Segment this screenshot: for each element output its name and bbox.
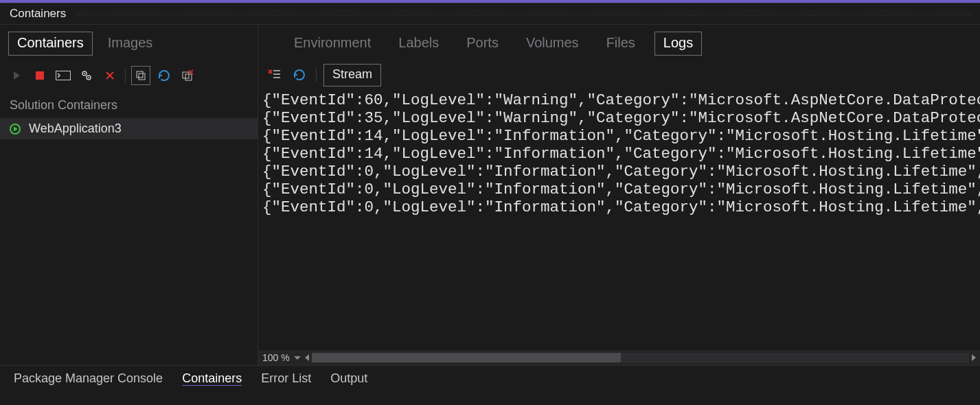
bottom-tool-window-tabs: Package Manager ConsoleContainersError L… <box>0 365 980 391</box>
container-name: WebApplication3 <box>29 121 122 136</box>
scroll-right-icon[interactable] <box>972 354 976 361</box>
log-line: {"EventId":0,"LogLevel":"Information","C… <box>262 163 980 181</box>
svg-rect-0 <box>36 71 44 80</box>
log-line: {"EventId":0,"LogLevel":"Information","C… <box>262 198 980 216</box>
container-item[interactable]: WebApplication3 <box>0 118 258 139</box>
scroll-track[interactable] <box>312 353 969 362</box>
panel-title-bar[interactable]: Containers <box>0 3 980 24</box>
refresh-logs-button[interactable] <box>290 65 309 84</box>
left-tab-containers[interactable]: Containers <box>8 32 93 56</box>
toolbar-separator <box>316 67 317 82</box>
clear-logs-button[interactable] <box>265 65 284 84</box>
start-button[interactable] <box>7 66 26 85</box>
log-line: {"EventId":14,"LogLevel":"Information","… <box>262 127 980 145</box>
stream-toggle[interactable]: Stream <box>323 64 381 86</box>
zoom-value: 100 % <box>262 352 290 363</box>
bottom-tab-error-list[interactable]: Error List <box>251 366 321 391</box>
svg-point-5 <box>88 77 89 78</box>
svg-rect-7 <box>139 73 145 80</box>
log-line: {"EventId":14,"LogLevel":"Information","… <box>262 145 980 163</box>
logs-toolbar: Stream <box>258 62 980 90</box>
tab-labels[interactable]: Labels <box>390 32 447 55</box>
horizontal-scrollbar[interactable] <box>305 353 976 362</box>
panel-drag-handle[interactable] <box>74 10 973 17</box>
tab-ports[interactable]: Ports <box>458 32 507 55</box>
container-detail-panel: EnvironmentLabelsPortsVolumesFilesLogs S… <box>258 25 980 365</box>
tab-files[interactable]: Files <box>598 32 643 55</box>
bottom-tab-output[interactable]: Output <box>321 366 377 391</box>
detail-tab-strip: EnvironmentLabelsPortsVolumesFilesLogs <box>258 25 980 62</box>
log-line: {"EventId":35,"LogLevel":"Warning","Cate… <box>262 109 980 127</box>
svg-point-4 <box>84 73 85 74</box>
refresh-button[interactable] <box>155 66 174 85</box>
bottom-tab-containers[interactable]: Containers <box>172 366 251 391</box>
running-status-icon <box>10 124 21 135</box>
terminal-button[interactable] <box>54 66 73 85</box>
svg-rect-6 <box>137 71 143 78</box>
container-list: WebApplication3 <box>0 118 258 365</box>
tab-volumes[interactable]: Volumes <box>518 32 587 55</box>
scroll-left-icon[interactable] <box>305 354 309 361</box>
panel-title: Containers <box>10 7 66 21</box>
scroll-thumb[interactable] <box>312 353 621 362</box>
settings-button[interactable] <box>77 66 96 85</box>
section-label: Solution Containers <box>0 90 258 118</box>
tab-environment[interactable]: Environment <box>286 32 379 55</box>
toolbar-separator <box>125 68 126 83</box>
chevron-down-icon <box>294 356 301 360</box>
log-line: {"EventId":60,"LogLevel":"Warning","Cate… <box>262 91 980 109</box>
svg-rect-1 <box>56 71 71 80</box>
delete-button[interactable] <box>100 66 119 85</box>
container-toolbar <box>0 62 258 90</box>
left-tab-images[interactable]: Images <box>100 32 161 55</box>
left-tab-strip: ContainersImages <box>0 25 258 62</box>
log-line: {"EventId":0,"LogLevel":"Information","C… <box>262 181 980 198</box>
log-output[interactable]: {"EventId":60,"LogLevel":"Warning","Cate… <box>258 90 980 350</box>
containers-side-panel: ContainersImages <box>0 25 258 365</box>
zoom-dropdown[interactable]: 100 % <box>262 352 301 363</box>
tab-logs[interactable]: Logs <box>654 32 702 56</box>
stop-button[interactable] <box>30 66 49 85</box>
prune-button[interactable] <box>178 66 197 85</box>
bottom-tab-package-manager-console[interactable]: Package Manager Console <box>4 366 172 391</box>
copy-button[interactable] <box>131 66 150 85</box>
editor-status-bar: 100 % <box>258 350 980 365</box>
